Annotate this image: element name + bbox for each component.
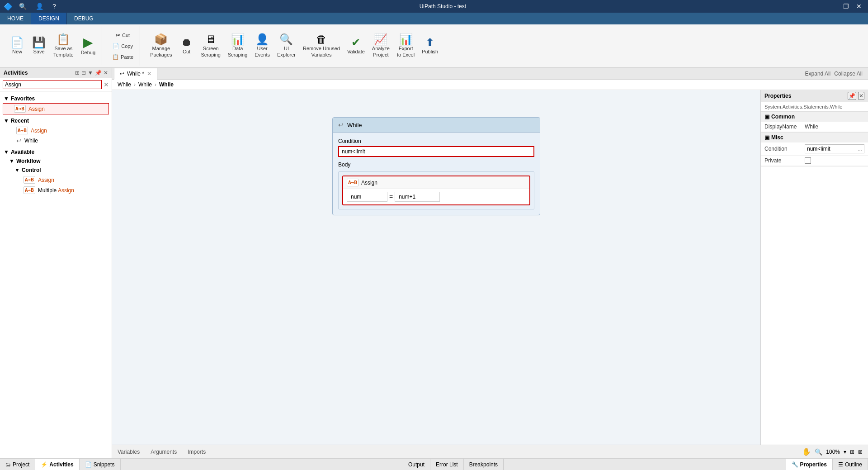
control-assign-icon: A→B: [24, 176, 35, 184]
props-pin-btn[interactable]: 📌: [848, 92, 856, 100]
condition-input-wrapper: num<limit: [338, 146, 534, 157]
analyze-project-button[interactable]: 📈 AnalyzeProject: [369, 28, 392, 64]
paste-button[interactable]: 📋 Paste: [109, 52, 136, 62]
hand-tool-btn[interactable]: ✋: [802, 447, 811, 456]
save-template-button[interactable]: 📋 Save asTemplate: [51, 28, 76, 64]
breakpoints-tab[interactable]: Breakpoints: [464, 459, 504, 470]
activities-search-input[interactable]: [3, 80, 102, 89]
canvas-tab-while[interactable]: ↩ While * ✕: [114, 68, 157, 80]
recent-while-item[interactable]: ↩ While: [0, 136, 112, 146]
error-list-tab[interactable]: Error List: [430, 459, 464, 470]
control-assign-item[interactable]: A→B Assign: [0, 175, 112, 185]
close-btn[interactable]: ✕: [854, 3, 864, 10]
available-label: Available: [11, 149, 34, 155]
save-template-label: Save asTemplate: [53, 46, 74, 57]
recent-assign-item[interactable]: A→B Assign: [0, 125, 112, 136]
filter-btn[interactable]: ▼: [88, 70, 93, 76]
search-clear-icon[interactable]: ✕: [104, 81, 109, 88]
outline-bottom-tab[interactable]: ☰ Outline: [833, 459, 868, 470]
recent-header[interactable]: ▼ Recent: [0, 116, 112, 125]
copy-button[interactable]: 📄 Copy: [110, 41, 136, 51]
zoom-search-btn[interactable]: 🔍: [815, 448, 822, 456]
assign-right-field[interactable]: num+1: [395, 192, 440, 202]
favorites-assign-item[interactable]: A→B Assign: [3, 103, 109, 114]
condition-value[interactable]: num<limit: [342, 148, 365, 155]
search-btn[interactable]: 🔍: [16, 3, 29, 10]
user-btn[interactable]: 👤: [33, 3, 46, 10]
snippets-tab[interactable]: 📄 Snippets: [80, 459, 121, 470]
export-excel-button[interactable]: 📊 Exportto Excel: [394, 28, 417, 64]
debug-button[interactable]: ▶ Debug: [78, 28, 98, 64]
activities-bottom-tab[interactable]: ⚡ Activities: [35, 459, 79, 470]
project-tab[interactable]: 🗂 Project: [0, 459, 35, 470]
user-events-label: UserEvents: [255, 46, 270, 57]
available-header[interactable]: ▼ Available: [0, 147, 112, 157]
breadcrumb-item-2[interactable]: While: [138, 81, 152, 88]
validate-label: Validate: [347, 49, 365, 55]
props-displayname-row: DisplayName While: [761, 122, 868, 132]
expand-btn[interactable]: ⊠: [858, 449, 863, 455]
manage-packages-icon: 📦: [154, 34, 168, 45]
breadcrumb-item-1[interactable]: While: [118, 81, 131, 88]
recording-button[interactable]: ⏺ Cut: [177, 28, 197, 64]
paste-icon: 📋: [112, 54, 119, 60]
properties-bottom-tab[interactable]: 🔧 Properties: [786, 459, 833, 470]
tab-design[interactable]: DESIGN: [31, 13, 67, 24]
favorites-header[interactable]: ▼ Favorites: [0, 94, 112, 103]
props-browse-btn[interactable]: …: [858, 147, 862, 152]
breadcrumb: While › While › While: [112, 80, 868, 90]
workflow-header[interactable]: ▼ Workflow: [0, 157, 112, 166]
remove-unused-button[interactable]: 🗑 Remove UnusedVariables: [300, 28, 343, 64]
activities-search-bar: ✕: [0, 78, 112, 91]
imports-tab[interactable]: Imports: [182, 447, 211, 457]
new-button[interactable]: 📄 New: [7, 28, 27, 64]
zoom-dropdown-btn[interactable]: ▾: [844, 449, 846, 455]
arguments-tab[interactable]: Arguments: [145, 447, 182, 457]
tab-home[interactable]: HOME: [0, 13, 31, 24]
activities-panel-pin[interactable]: 📌: [95, 70, 102, 76]
props-private-checkbox[interactable]: [805, 157, 811, 164]
save-template-icon: 📋: [57, 34, 70, 45]
variables-tab[interactable]: Variables: [112, 447, 145, 457]
cut-button[interactable]: ✂ Cut: [113, 30, 132, 40]
breadcrumb-item-3[interactable]: While: [159, 81, 174, 88]
activities-panel-close[interactable]: ✕: [104, 70, 108, 76]
expand-all-button[interactable]: Expand All: [805, 71, 831, 77]
data-scraping-button[interactable]: 📊 DataScraping: [225, 28, 250, 64]
tab-debug[interactable]: DEBUG: [67, 13, 101, 24]
assign-left-field[interactable]: num: [347, 192, 387, 202]
ui-explorer-button[interactable]: 🔍 UIExplorer: [274, 28, 298, 64]
ribbon-file-group: 📄 New 💾 Save 📋 Save asTemplate ▶ Debug: [4, 26, 102, 66]
props-title: Properties: [764, 93, 791, 99]
save-button[interactable]: 💾 Save: [29, 28, 49, 64]
output-tab[interactable]: Output: [403, 459, 430, 470]
publish-icon: ⬆: [425, 37, 434, 48]
user-events-button[interactable]: 👤 UserEvents: [252, 28, 273, 64]
fit-screen-btn[interactable]: ⊞: [850, 449, 854, 455]
expand-tree-btn[interactable]: ⊞: [75, 70, 80, 76]
props-condition-input[interactable]: num<limit …: [805, 144, 864, 153]
control-multiple-assign-item[interactable]: A→B Multiple Assign: [0, 185, 112, 195]
zoom-level: 100%: [826, 449, 840, 455]
manage-packages-button[interactable]: 📦 ManagePackages: [147, 28, 175, 64]
validate-button[interactable]: ✔ Validate: [344, 28, 368, 64]
snippets-icon: 📄: [85, 461, 92, 468]
canvas-tab-close[interactable]: ✕: [147, 71, 151, 77]
breadcrumb-sep-1: ›: [134, 81, 136, 88]
collapse-all-button[interactable]: Collapse All: [834, 71, 863, 77]
help-btn[interactable]: ?: [50, 3, 59, 10]
props-common-header[interactable]: ▣ Common: [761, 112, 868, 122]
canvas-controls: Expand All Collapse All: [805, 71, 866, 77]
bottom-canvas-tabs: Variables Arguments Imports ✋ 🔍 100% ▾ ⊞…: [112, 445, 868, 458]
minimize-btn[interactable]: —: [827, 3, 839, 10]
analyze-project-icon: 📈: [374, 34, 387, 45]
screen-scraping-button[interactable]: 🖥 ScreenScraping: [198, 28, 223, 64]
activities-panel-header: Activities ⊞ ⊟ ▼ 📌 ✕: [0, 68, 112, 78]
props-condition-key: Condition: [764, 146, 803, 152]
restore-btn[interactable]: ❐: [840, 3, 852, 10]
collapse-tree-btn[interactable]: ⊟: [81, 70, 86, 76]
control-header[interactable]: ▼ Control: [0, 166, 112, 175]
publish-button[interactable]: ⬆ Publish: [419, 28, 441, 64]
props-misc-header[interactable]: ▣ Misc: [761, 133, 868, 142]
props-close-btn[interactable]: ✕: [858, 92, 864, 100]
